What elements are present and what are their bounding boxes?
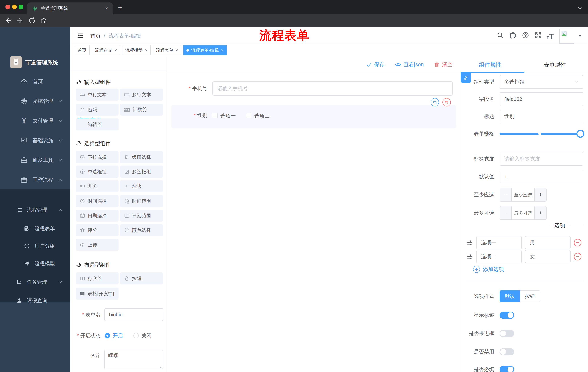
max-select-input[interactable] <box>512 210 534 216</box>
tab-component-props[interactable]: 组件属性 <box>479 61 501 69</box>
sidebar-item-workflow[interactable]: 工作流程 <box>0 170 70 190</box>
sidebar-item-home[interactable]: 首页 <box>0 72 70 91</box>
tag-close-icon[interactable]: × <box>145 48 147 53</box>
gender-option1-label[interactable]: 选项一 <box>220 112 236 119</box>
min-select-input[interactable] <box>512 192 534 198</box>
palette-item-slider[interactable]: 滑块 <box>120 180 163 192</box>
type-select[interactable]: 多选框组 <box>500 75 583 89</box>
palette-item-rate[interactable]: 评分 <box>76 224 119 236</box>
stepper-minus-button[interactable]: − <box>500 188 512 202</box>
reload-icon[interactable] <box>28 17 36 24</box>
palette-item-radio-group[interactable]: 单选框组 <box>76 166 119 178</box>
tab-form-props[interactable]: 表单属性 <box>543 61 566 69</box>
palette-item-counter[interactable]: 123 计数器 <box>120 104 163 116</box>
clear-button[interactable]: 清空 <box>434 61 452 68</box>
drag-handle-icon[interactable] <box>466 253 473 260</box>
form-remark-textarea[interactable]: 嘿嘿 <box>104 350 163 369</box>
phone-input[interactable] <box>212 81 453 96</box>
traffic-zoom-button[interactable] <box>19 5 23 9</box>
browser-tab[interactable]: 芋道管理系统 × <box>27 2 113 14</box>
palette-item-color-picker[interactable]: 颜色选择 <box>120 224 163 236</box>
tag-process-definition[interactable]: 流程定义 × <box>92 45 120 55</box>
grid-slider-handle[interactable] <box>576 130 584 138</box>
collapse-menu-icon[interactable] <box>77 32 84 39</box>
fullscreen-icon[interactable] <box>535 32 542 39</box>
label-width-input[interactable] <box>500 152 583 166</box>
palette-item-date-range[interactable]: 日期范围 <box>120 210 163 222</box>
tag-close-icon[interactable]: × <box>176 48 178 53</box>
radio-off-unchecked[interactable] <box>133 333 139 338</box>
tag-process-form-edit[interactable]: 流程表单-编辑 × <box>183 45 227 55</box>
palette-item-row-container[interactable]: 行容器 <box>76 272 119 285</box>
search-icon[interactable] <box>497 32 504 39</box>
style-button-button[interactable]: 按钮 <box>520 290 540 302</box>
palette-item-checkbox-group[interactable]: 多选框组 <box>120 166 163 178</box>
palette-item-date-picker[interactable]: 日期选择 <box>76 210 119 222</box>
tag-home[interactable]: 首页 <box>74 45 90 55</box>
sidebar-item-payment[interactable]: ¥ 支付管理 <box>0 111 70 131</box>
sidebar-item-process-form[interactable]: 流程表单 <box>0 219 70 238</box>
tag-close-icon[interactable]: × <box>221 48 224 53</box>
palette-item-upload[interactable]: 上传 <box>76 239 119 251</box>
gender-option2-label[interactable]: 选项二 <box>254 112 270 119</box>
title-input[interactable] <box>500 110 583 123</box>
sidebar-item-leave-query[interactable]: 请假查询 <box>0 291 70 310</box>
style-default-button[interactable]: 默认 <box>500 290 520 302</box>
disabled-switch[interactable] <box>500 348 514 355</box>
gender-option2-checkbox[interactable] <box>246 113 252 118</box>
back-icon[interactable] <box>4 17 12 24</box>
sidebar-item-user-group[interactable]: 用户分组 <box>0 236 70 256</box>
required-switch[interactable] <box>500 366 514 372</box>
radio-off-label[interactable]: 关闭 <box>141 332 152 339</box>
stepper-minus-button[interactable]: − <box>500 206 512 220</box>
textarea-resize-handle[interactable] <box>159 366 162 369</box>
sidebar-item-process-management[interactable]: 流程管理 <box>0 200 70 220</box>
sidebar-item-process-model[interactable]: 流程模型 <box>0 254 70 273</box>
new-tab-button[interactable]: + <box>118 3 122 12</box>
traffic-minimize-button[interactable] <box>12 5 17 9</box>
drag-handle-icon[interactable] <box>466 239 473 246</box>
border-switch[interactable] <box>500 330 514 337</box>
avatar-caret-icon[interactable] <box>578 33 582 38</box>
tag-process-model[interactable]: 流程模型 × <box>122 45 151 55</box>
tag-process-form[interactable]: 流程表单 × <box>153 45 181 55</box>
help-question-icon[interactable] <box>522 32 529 39</box>
show-label-switch[interactable] <box>500 312 514 319</box>
radio-on-checked[interactable] <box>105 333 110 338</box>
stepper-plus-button[interactable]: + <box>534 206 546 220</box>
palette-item-switch[interactable]: 开关 <box>76 180 119 192</box>
save-button[interactable]: 保存 <box>366 61 385 68</box>
palette-item-cascader[interactable]: 级联选择 <box>120 151 163 163</box>
traffic-close-button[interactable] <box>5 5 10 9</box>
sidebar-item-task-management[interactable]: 任务管理 <box>0 272 70 292</box>
option-value-input[interactable] <box>525 250 570 263</box>
delete-field-button[interactable] <box>442 98 451 106</box>
palette-item-time-range[interactable]: 时间范围 <box>120 195 163 207</box>
text-size-icon[interactable]: тT <box>547 32 554 41</box>
tag-close-icon[interactable]: × <box>115 48 117 53</box>
palette-item-editor[interactable]: 编辑器 <box>76 118 119 130</box>
field-name-input[interactable] <box>500 92 583 106</box>
forward-icon[interactable] <box>17 17 24 24</box>
palette-item-button[interactable]: 按钮 <box>120 272 163 285</box>
grid-slider-track[interactable] <box>500 133 583 135</box>
github-icon[interactable] <box>509 32 517 39</box>
sidebar-item-system[interactable]: 系统管理 <box>0 91 70 111</box>
default-value-input[interactable] <box>500 170 583 183</box>
add-option-button[interactable]: + 添加选项 <box>473 265 504 273</box>
form-name-input[interactable] <box>104 308 163 321</box>
palette-item-textarea[interactable]: 多行文本 <box>120 89 163 101</box>
sidebar-item-devtools[interactable]: 研发工具 <box>0 150 70 170</box>
tabstrip-chevron-icon[interactable] <box>576 5 583 12</box>
option-label-input[interactable] <box>476 236 522 249</box>
avatar[interactable] <box>559 29 574 44</box>
duplicate-field-button[interactable] <box>431 98 439 106</box>
gender-option1-checkbox[interactable] <box>212 113 218 118</box>
palette-item-password[interactable]: 密码 <box>76 104 119 116</box>
home-icon[interactable] <box>40 17 47 24</box>
palette-item-table[interactable]: 表格[开发中] <box>76 287 119 299</box>
sidebar-item-infrastructure[interactable]: 基础设施 <box>0 131 70 150</box>
view-json-button[interactable]: 查看json <box>395 61 424 68</box>
option-value-input[interactable] <box>525 236 570 249</box>
stepper-plus-button[interactable]: + <box>534 188 546 202</box>
